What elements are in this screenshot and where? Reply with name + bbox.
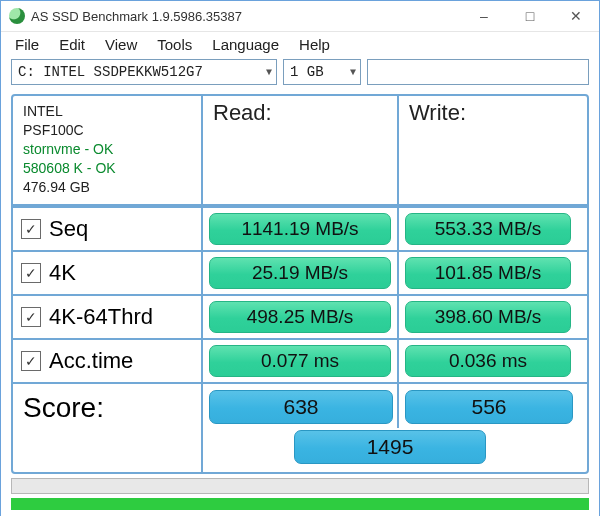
read-header: Read: — [201, 96, 397, 204]
menu-view[interactable]: View — [105, 36, 137, 53]
checkbox-4k[interactable]: ✓ — [21, 263, 41, 283]
drive-driver-status: stornvme - OK — [23, 140, 193, 159]
progress-bar — [11, 478, 589, 494]
score-write: 556 — [405, 390, 573, 424]
size-select[interactable]: 1 GB ▼ — [283, 59, 361, 85]
row-4k: ✓ 4K 25.19 MB/s 101.85 MB/s — [13, 250, 587, 294]
drive-info: INTEL PSF100C stornvme - OK 580608 K - O… — [13, 96, 201, 204]
label-4k: 4K — [49, 260, 76, 286]
k4t-read-value: 498.25 MB/s — [209, 301, 391, 333]
k4t-write-value: 398.60 MB/s — [405, 301, 571, 333]
titlebar: AS SSD Benchmark 1.9.5986.35387 – □ ✕ — [1, 1, 599, 32]
chevron-down-icon: ▼ — [350, 67, 356, 78]
selector-row: C: INTEL SSDPEKKW512G7 ▼ 1 GB ▼ — [1, 59, 599, 91]
seq-read-value: 1141.19 MB/s — [209, 213, 391, 245]
drive-name: INTEL — [23, 102, 193, 121]
score-row: Score: 638 556 1495 — [13, 382, 587, 472]
checkbox-4k64[interactable]: ✓ — [21, 307, 41, 327]
checkbox-seq[interactable]: ✓ — [21, 219, 41, 239]
menubar: File Edit View Tools Language Help — [1, 32, 599, 59]
label-4k64: 4K-64Thrd — [49, 304, 153, 330]
seq-write-value: 553.33 MB/s — [405, 213, 571, 245]
drive-select[interactable]: C: INTEL SSDPEKKW512G7 ▼ — [11, 59, 277, 85]
menu-help[interactable]: Help — [299, 36, 330, 53]
write-header: Write: — [397, 96, 577, 204]
score-read: 638 — [209, 390, 393, 424]
row-seq: ✓ Seq 1141.19 MB/s 553.33 MB/s — [13, 206, 587, 250]
score-total: 1495 — [294, 430, 486, 464]
app-icon — [9, 8, 25, 24]
menu-language[interactable]: Language — [212, 36, 279, 53]
drive-alignment-status: 580608 K - OK — [23, 159, 193, 178]
results-panel: INTEL PSF100C stornvme - OK 580608 K - O… — [11, 94, 589, 474]
status-bar — [11, 498, 589, 510]
label-seq: Seq — [49, 216, 88, 242]
app-window: AS SSD Benchmark 1.9.5986.35387 – □ ✕ Fi… — [0, 0, 600, 516]
menu-file[interactable]: File — [15, 36, 39, 53]
row-acctime: ✓ Acc.time 0.077 ms 0.036 ms — [13, 338, 587, 382]
drive-firmware: PSF100C — [23, 121, 193, 140]
size-select-value: 1 GB — [290, 64, 324, 80]
row-4k64: ✓ 4K-64Thrd 498.25 MB/s 398.60 MB/s — [13, 294, 587, 338]
acc-write-value: 0.036 ms — [405, 345, 571, 377]
close-button[interactable]: ✕ — [553, 1, 599, 31]
k4-read-value: 25.19 MB/s — [209, 257, 391, 289]
menu-edit[interactable]: Edit — [59, 36, 85, 53]
menu-tools[interactable]: Tools — [157, 36, 192, 53]
checkbox-acctime[interactable]: ✓ — [21, 351, 41, 371]
window-title: AS SSD Benchmark 1.9.5986.35387 — [31, 9, 242, 24]
drive-capacity: 476.94 GB — [23, 178, 193, 197]
chevron-down-icon: ▼ — [266, 67, 272, 78]
score-label: Score: — [13, 384, 201, 472]
minimize-button[interactable]: – — [461, 1, 507, 31]
header-row: INTEL PSF100C stornvme - OK 580608 K - O… — [13, 96, 587, 206]
k4-write-value: 101.85 MB/s — [405, 257, 571, 289]
acc-read-value: 0.077 ms — [209, 345, 391, 377]
maximize-button[interactable]: □ — [507, 1, 553, 31]
drive-select-value: C: INTEL SSDPEKKW512G7 — [18, 64, 203, 80]
filter-input[interactable] — [367, 59, 589, 85]
label-acctime: Acc.time — [49, 348, 133, 374]
